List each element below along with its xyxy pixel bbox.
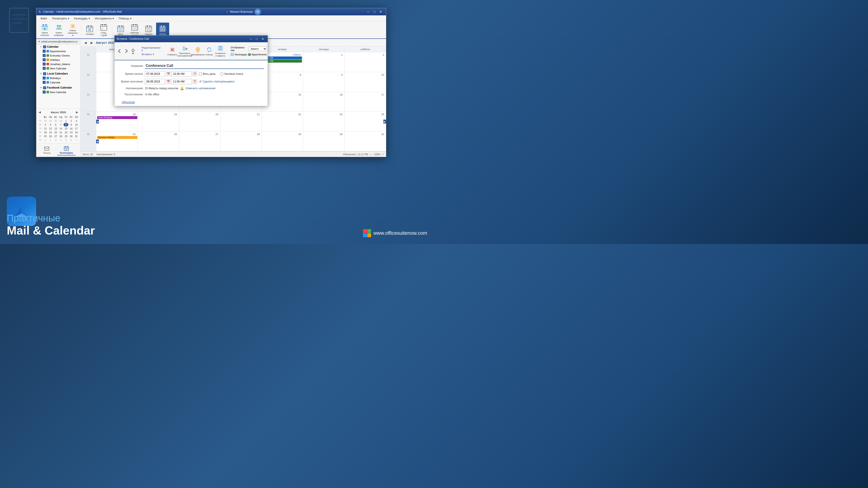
mini-d-sep4[interactable]: 4	[59, 138, 63, 142]
mini-d-27[interactable]: 27	[53, 134, 58, 138]
name-input[interactable]	[145, 63, 264, 69]
sidebar-appointments[interactable]: ✓ Appointments	[36, 49, 80, 53]
dialog-back[interactable]	[116, 43, 123, 59]
mini-d-10[interactable]: 10	[74, 123, 79, 126]
local-group[interactable]: ▼ ✓ Local Calendars	[36, 71, 80, 76]
mini-d-18[interactable]: 18	[43, 130, 48, 134]
mini-d-17[interactable]: 17	[74, 127, 79, 130]
all-day-checkbox[interactable]	[199, 72, 202, 75]
mini-d-sep1[interactable]: 1	[43, 138, 48, 142]
mini-cal-next[interactable]: ▶	[75, 110, 79, 114]
dialog-forward[interactable]	[123, 43, 129, 59]
mini-d-1[interactable]: 1	[63, 119, 68, 123]
day-9aug[interactable]: 9	[303, 72, 344, 92]
appointments-check[interactable]: ✓	[43, 50, 45, 53]
start-date-input[interactable]	[145, 71, 165, 77]
menu-file[interactable]: Файл	[38, 16, 50, 21]
mini-d-23[interactable]: 23	[69, 130, 74, 134]
calendar-check[interactable]: ✓	[43, 81, 45, 84]
recurring-link[interactable]: ↺ Сделать повторяющимся	[199, 80, 235, 83]
location-input[interactable]	[145, 92, 264, 96]
expand-right-24[interactable]: ▶	[383, 120, 386, 123]
holidays-check[interactable]: ✓	[43, 58, 45, 61]
mini-cal-prev[interactable]: ◀	[38, 110, 41, 114]
mini-d-31[interactable]: 31	[59, 119, 63, 123]
new-cal2-check[interactable]: ✓	[43, 91, 45, 94]
mini-d-sep3[interactable]: 3	[53, 138, 58, 142]
day-2aug[interactable]: 2	[303, 52, 344, 72]
day-25aug[interactable]: 25 ◀ Summer Holiday	[96, 131, 137, 151]
mini-d-14[interactable]: 14	[59, 127, 63, 130]
cal-prev-btn[interactable]: ◀	[83, 40, 88, 45]
expand-left-18[interactable]: ◀	[96, 120, 99, 123]
ribbon-new-event[interactable]: Новоесобытие	[38, 23, 51, 37]
menu-view[interactable]: Посмотреть ▾	[50, 16, 71, 21]
start-time-input[interactable]	[172, 71, 192, 77]
mini-d-30-aug[interactable]: 30	[69, 134, 74, 138]
end-time-icon[interactable]: ⏰	[193, 79, 197, 84]
mini-d-29-aug[interactable]: 29	[63, 134, 68, 138]
sidebar-holidays[interactable]: ✓ Holidays	[36, 58, 80, 62]
mini-d-28[interactable]: 28	[43, 119, 48, 123]
mini-d-sep6[interactable]: 6	[69, 138, 74, 142]
officesuite-link[interactable]: OfficeSuite	[118, 99, 138, 105]
dialog-pin[interactable]	[130, 43, 136, 59]
menu-help[interactable]: Помощь ▾	[117, 16, 134, 21]
dialog-repeat-btn[interactable]: Повтор	[205, 43, 213, 59]
mini-d-16[interactable]: 16	[69, 127, 74, 130]
sidebar-new-cal-1[interactable]: ✓ New Calendar	[36, 66, 80, 70]
calendar-group[interactable]: ▼ ✓ Calendar	[36, 44, 80, 49]
mini-d-25[interactable]: 25	[43, 134, 48, 138]
mini-d-2[interactable]: 2	[69, 119, 74, 123]
ribbon-next7[interactable]: 7 След.7 дней	[97, 23, 110, 37]
mini-d-sep5[interactable]: 5	[63, 138, 68, 142]
mini-d-6[interactable]: 6	[53, 123, 58, 126]
new-cal1-check[interactable]: ✓	[43, 67, 45, 70]
menu-tools[interactable]: Инструменты ▾	[93, 16, 116, 21]
mini-d-22[interactable]: 22	[63, 130, 68, 134]
end-cal-icon[interactable]: 📅	[166, 79, 170, 84]
day-22aug[interactable]: 22	[262, 112, 303, 131]
day-19aug[interactable]: 19	[137, 112, 179, 131]
status-zoom-minus[interactable]: —	[370, 153, 372, 156]
day-27aug[interactable]: 27	[179, 131, 220, 151]
tz-check-label[interactable]: Часовые пояса	[220, 72, 243, 75]
event-1aug-2[interactable]: 12:00 PM	[263, 60, 302, 63]
fb-group-check[interactable]: ✓	[43, 86, 46, 89]
day-20aug[interactable]: 20	[179, 112, 220, 131]
mini-d-13[interactable]: 13	[53, 127, 58, 130]
birthdays-check[interactable]: ✓	[43, 77, 45, 80]
day-23aug[interactable]: 23	[303, 112, 344, 131]
mini-d-3[interactable]: 3	[74, 119, 79, 123]
all-day-check-label[interactable]: Весь день	[199, 72, 216, 75]
day-10aug[interactable]: 10	[345, 72, 386, 92]
calendar-group-check[interactable]: ✓	[43, 45, 46, 48]
refresh-icon[interactable]: ↻	[39, 10, 41, 13]
mini-d-21[interactable]: 21	[59, 130, 63, 134]
sidebar-new-cal-2[interactable]: ✓ New Calendar	[36, 90, 80, 94]
mini-d-20[interactable]: 20	[53, 130, 58, 134]
ribbon-new-items[interactable]: Новыеэлементы ▾	[66, 23, 79, 37]
dialog-maximize[interactable]: □	[254, 37, 259, 41]
account-header[interactable]: ▼ mihail.vorontsov@mobisystems.co	[36, 39, 80, 44]
sidebar-birthdays[interactable]: ✓ Birthdays	[36, 76, 80, 80]
day-3aug[interactable]: 3	[345, 52, 386, 72]
dialog-insert-menu[interactable]: Вставить ▾	[142, 53, 161, 56]
ribbon-today[interactable]: Сегодня	[83, 23, 96, 37]
end-date-input[interactable]	[145, 79, 165, 84]
mini-d-4[interactable]: 4	[43, 123, 48, 126]
everyday-check[interactable]: ✓	[43, 54, 45, 57]
dialog-controls[interactable]: ─ □ ✕	[248, 37, 266, 41]
mini-d-26[interactable]: 26	[48, 134, 53, 138]
event-1aug-1[interactable]: 10:00 AM	[263, 57, 302, 59]
start-cal-icon[interactable]: 📅	[166, 72, 170, 76]
cal-next-btn[interactable]: ▶	[89, 40, 94, 45]
display-as-select[interactable]: Занято Свободно	[248, 47, 267, 51]
start-time-icon[interactable]: ⏰	[193, 72, 197, 76]
dialog-save-btn[interactable]: Сохранитьи закрыть	[215, 43, 226, 59]
dialog-cancel-btn[interactable]: Отменить	[167, 43, 178, 59]
mini-d-sep7[interactable]: 7	[74, 138, 79, 142]
day-16aug[interactable]: 16	[303, 92, 344, 112]
day-8aug[interactable]: 8	[262, 72, 303, 92]
nav-calendar[interactable]: Календарь	[57, 145, 76, 155]
